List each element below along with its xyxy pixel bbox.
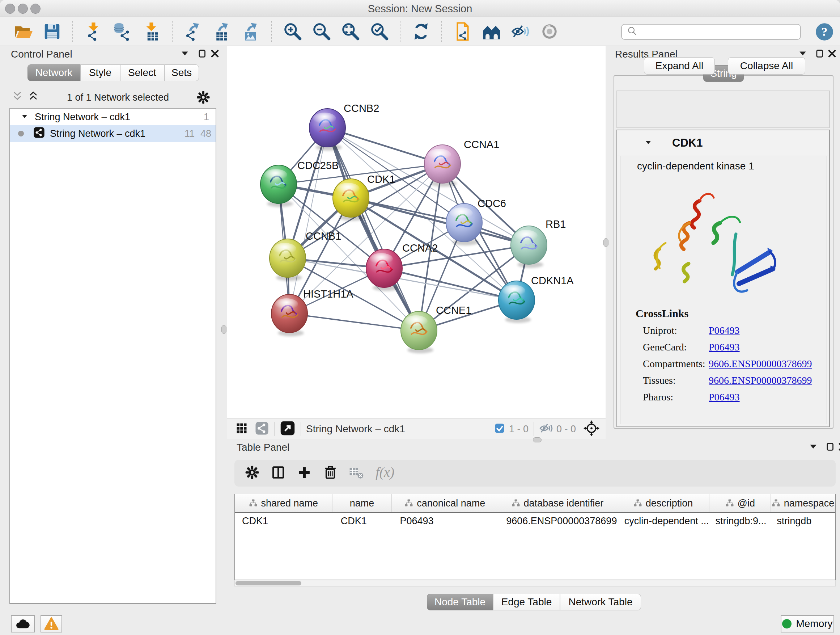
tab-select[interactable]: Select xyxy=(120,65,164,81)
table-horizontal-scrollbar[interactable] xyxy=(234,580,836,586)
memory-button[interactable]: Memory xyxy=(781,615,834,632)
table-row[interactable]: CDK1CDK1P064939606.ENSP00000378699cyclin… xyxy=(235,513,835,529)
crosslink-link[interactable]: P06493 xyxy=(709,341,740,353)
hidden-elements-eye-icon[interactable] xyxy=(539,421,554,437)
column-header-name[interactable]: name xyxy=(332,494,392,512)
import-network-database-button[interactable] xyxy=(112,21,133,42)
protein-structure-image xyxy=(642,179,787,305)
crosslink-link[interactable]: P06493 xyxy=(709,391,740,403)
tab-style[interactable]: Style xyxy=(80,65,120,81)
panel-collapse-icon[interactable] xyxy=(180,48,192,60)
network-options-gear-icon[interactable] xyxy=(196,90,210,105)
zoom-out-icon xyxy=(312,22,332,41)
warnings-button[interactable] xyxy=(41,615,62,632)
column-header-namespace[interactable]: namespace xyxy=(771,494,835,512)
delete-column-icon[interactable] xyxy=(323,465,338,481)
import-network-file-button[interactable] xyxy=(84,21,104,42)
network-view-canvas[interactable]: CCNB2 CCNA1 CDC25B xyxy=(227,46,606,418)
collection-expander-icon[interactable] xyxy=(20,112,30,122)
panel-collapse-icon[interactable] xyxy=(808,441,820,454)
help-button[interactable]: ? xyxy=(815,22,834,41)
import-table-file-button[interactable] xyxy=(141,21,162,42)
left-splitter-handle[interactable] xyxy=(221,325,226,334)
detach-view-icon[interactable] xyxy=(279,420,295,438)
sq-out-icon xyxy=(197,48,208,59)
panel-close-icon[interactable] xyxy=(827,48,839,60)
edge-ccna2-cdkn1a[interactable] xyxy=(384,268,516,300)
node-result-header[interactable]: CDK1 xyxy=(617,130,829,156)
zoom-out-button[interactable] xyxy=(311,21,332,42)
bottom-splitter-handle[interactable] xyxy=(533,437,542,442)
toolbar-separator xyxy=(400,21,401,42)
section-expander-icon[interactable] xyxy=(644,138,653,148)
node-cdkn1a[interactable]: CDKN1A xyxy=(499,275,574,323)
tab-node-table[interactable]: Node Table xyxy=(427,594,493,610)
fit-selected-crosshair-icon[interactable] xyxy=(583,420,600,438)
collapse-all-networks-icon[interactable] xyxy=(27,91,40,104)
crosslink-link[interactable]: P06493 xyxy=(709,325,740,336)
open-folder-button[interactable] xyxy=(13,21,33,42)
search-field[interactable] xyxy=(621,24,801,40)
level-of-detail-button[interactable] xyxy=(539,21,560,42)
memory-label: Memory xyxy=(796,618,832,630)
node-cdc6[interactable]: CDC6 xyxy=(446,198,506,245)
zoom-fit-button[interactable] xyxy=(340,21,361,42)
node-rb1[interactable]: RB1 xyxy=(511,218,566,268)
network-row[interactable]: String Network – cdk1 11 48 xyxy=(10,125,216,142)
panel-float-icon[interactable] xyxy=(197,48,209,60)
show-columns-icon[interactable] xyxy=(271,465,286,481)
network-collection-row[interactable]: String Network – cdk1 1 xyxy=(10,109,216,125)
tab-sets[interactable]: Sets xyxy=(164,65,199,81)
add-column-icon[interactable] xyxy=(297,465,312,481)
node-cdk1[interactable]: CDK1 xyxy=(333,173,395,221)
zoom-in-button[interactable] xyxy=(283,21,303,42)
tab-edge-table[interactable]: Edge Table xyxy=(493,594,560,610)
export-table-button[interactable] xyxy=(212,21,232,42)
panel-float-icon[interactable] xyxy=(814,48,827,60)
node-hist1h1a[interactable]: HIST1H1A xyxy=(271,288,354,336)
node-cdc25b[interactable]: CDC25B xyxy=(261,160,339,207)
birds-eye-button[interactable] xyxy=(482,21,502,42)
column-header--id[interactable]: @id xyxy=(709,494,771,512)
save-button[interactable] xyxy=(42,21,62,42)
zoom-selected-button[interactable] xyxy=(369,21,390,42)
collapse-all-button[interactable]: Collapse All xyxy=(728,57,805,74)
crosslink-row: Tissues: 9606.ENSP00000378699 xyxy=(643,375,827,386)
right-splitter-handle[interactable] xyxy=(603,238,608,247)
edge-hist1h1a-ccne1[interactable] xyxy=(289,314,419,331)
panel-close-icon[interactable] xyxy=(837,441,840,454)
edge-ccnb2-hist1h1a[interactable] xyxy=(289,128,327,314)
crosslink-row: Pharos: P06493 xyxy=(643,391,827,403)
column-header-description[interactable]: description xyxy=(617,494,710,512)
zoom-fit-icon xyxy=(341,22,360,41)
export-image-button[interactable] xyxy=(241,21,261,42)
node-ccna1[interactable]: CCNA1 xyxy=(424,139,499,187)
node-label-cdc6: CDC6 xyxy=(477,198,506,209)
network-graph[interactable]: CCNB2 CCNA1 CDC25B xyxy=(227,46,606,418)
cloud-button[interactable] xyxy=(11,615,35,632)
edge-ccnb2-ccne1[interactable] xyxy=(327,128,419,331)
refresh-button[interactable] xyxy=(411,21,431,42)
selected-nodes-checkbox-icon[interactable] xyxy=(494,423,505,435)
fx-icon: f(x) xyxy=(375,462,395,483)
column-header-shared-name[interactable]: shared name xyxy=(235,494,332,512)
scrollbar-thumb[interactable] xyxy=(235,581,302,585)
network-thumbnail-icon[interactable] xyxy=(255,421,269,437)
expand-all-button[interactable]: Expand All xyxy=(644,57,715,74)
crosslink-link[interactable]: 9606.ENSP00000378699 xyxy=(709,375,812,386)
grid-view-icon[interactable] xyxy=(235,422,248,436)
expand-all-networks-icon[interactable] xyxy=(11,91,24,104)
column-header-database-identifier[interactable]: database identifier xyxy=(498,494,617,512)
table-settings-gear-icon[interactable] xyxy=(245,465,260,481)
new-network-doc-button[interactable] xyxy=(453,21,473,42)
tab-network[interactable]: Network xyxy=(27,65,80,81)
search-input[interactable] xyxy=(638,26,785,38)
export-network-button[interactable] xyxy=(183,21,203,42)
crosslink-link[interactable]: 9606.ENSP00000378699 xyxy=(709,358,812,370)
tab-network-table[interactable]: Network Table xyxy=(560,594,641,610)
column-header-canonical-name[interactable]: canonical name xyxy=(392,494,498,512)
node-ccne1[interactable]: CCNE1 xyxy=(401,304,471,353)
panel-float-icon[interactable] xyxy=(825,441,837,454)
panel-close-icon[interactable] xyxy=(210,48,222,60)
hide-show-graphics-button[interactable] xyxy=(510,21,531,42)
